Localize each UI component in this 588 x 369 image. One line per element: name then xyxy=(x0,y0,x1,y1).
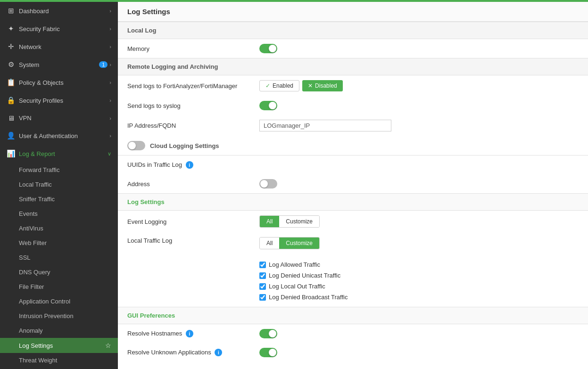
local-log-title: Local Log xyxy=(127,27,156,34)
sidebar-subitem-antivirus[interactable]: AntiVirus xyxy=(0,221,118,236)
event-logging-label: Event Logging xyxy=(127,218,259,225)
sidebar-item-label: System xyxy=(19,61,99,68)
local-traffic-row: Local Traffic Log All Customize Log Allo… xyxy=(118,232,588,307)
cloud-toggle[interactable] xyxy=(127,141,145,150)
sidebar-item-label: Security Profiles xyxy=(19,97,109,104)
resolve-hostnames-info-icon[interactable]: i xyxy=(186,330,193,337)
subitem-label: SSL xyxy=(19,254,31,261)
send-syslog-label: Send logs to syslog xyxy=(127,102,259,109)
sidebar-subitem-events[interactable]: Events xyxy=(0,206,118,221)
sidebar-subitem-web-filter[interactable]: Web Filter xyxy=(0,236,118,250)
chevron-right-icon: › xyxy=(109,44,111,49)
sidebar-subitem-threat-weight[interactable]: Threat Weight xyxy=(0,353,118,368)
sidebar-subitem-ssl[interactable]: SSL xyxy=(0,250,118,265)
syslog-toggle[interactable] xyxy=(259,101,277,110)
resolve-unknown-text: Resolve Unknown Applications xyxy=(127,349,211,356)
address-toggle[interactable] xyxy=(259,179,277,189)
sidebar-item-network[interactable]: ✛ Network › xyxy=(0,38,118,56)
local-traffic-value: All Customize Log Allowed Traffic Log De… xyxy=(259,237,348,302)
enabled-label: Enabled xyxy=(273,82,293,89)
sidebar-subitem-file-filter[interactable]: File Filter xyxy=(0,279,118,294)
cloud-logging-label: Cloud Logging Settings xyxy=(150,142,219,149)
event-logging-group: All Customize xyxy=(259,215,320,228)
cloud-toggle-track xyxy=(127,141,145,150)
sidebar-item-label: User & Authentication xyxy=(19,132,109,139)
log-settings-section-label: Log Settings xyxy=(118,193,588,211)
resolve-unknown-info-icon[interactable]: i xyxy=(215,349,222,356)
enabled-button[interactable]: ✓ Enabled xyxy=(259,80,299,91)
sidebar-item-label: Dashboard xyxy=(19,8,109,15)
subitem-label: Web Filter xyxy=(19,239,47,246)
sidebar-item-user-auth[interactable]: 👤 User & Authentication › xyxy=(0,127,118,145)
resolve-hostnames-toggle-thumb xyxy=(269,330,276,337)
content-area: Log Settings Local Log Memory Rem xyxy=(118,2,588,369)
disabled-label: Disabled xyxy=(315,82,337,89)
gui-preferences-section-label: GUI Preferences xyxy=(118,307,588,324)
sidebar-subitem-application-control[interactable]: Application Control xyxy=(0,294,118,309)
uuids-info-icon[interactable]: i xyxy=(186,161,193,169)
log-local-out-checkbox[interactable] xyxy=(259,283,266,290)
sidebar-item-log-report[interactable]: 📊 Log & Report ∨ xyxy=(0,145,118,163)
chevron-right-icon: › xyxy=(109,98,111,103)
star-icon: ☆ xyxy=(105,342,111,349)
sidebar: ⊞ Dashboard › ✦ Security Fabric › ✛ Netw… xyxy=(0,2,118,369)
local-traffic-group: All Customize xyxy=(259,237,320,249)
resolve-unknown-toggle-thumb xyxy=(269,349,276,356)
sidebar-subitem-anomaly[interactable]: Anomaly xyxy=(0,323,118,338)
remote-logging-section: Remote Logging and Archiving Send logs t… xyxy=(118,58,588,136)
memory-toggle[interactable] xyxy=(259,44,277,53)
sidebar-item-label: Policy & Objects xyxy=(19,79,109,86)
sidebar-subitem-forward-traffic[interactable]: Forward Traffic xyxy=(0,163,118,177)
send-fortianalyzer-row: Send logs to FortiAnalyzer/FortiManager … xyxy=(118,75,588,96)
event-customize-button[interactable]: Customize xyxy=(279,216,319,227)
sidebar-item-security-fabric[interactable]: ✦ Security Fabric › xyxy=(0,20,118,38)
chevron-down-icon: ∨ xyxy=(108,151,111,157)
log-allowed-checkbox[interactable] xyxy=(259,262,266,268)
sidebar-item-policy-objects[interactable]: 📋 Policy & Objects › xyxy=(0,74,118,91)
subitem-label: DNS Query xyxy=(19,269,50,276)
remote-logging-title: Remote Logging and Archiving xyxy=(127,63,218,70)
memory-label: Memory xyxy=(127,45,259,52)
sidebar-subitem-dns-query[interactable]: DNS Query xyxy=(0,265,118,279)
address-toggle-thumb xyxy=(260,180,268,188)
resolve-hostnames-row: Resolve Hostnames i xyxy=(118,324,588,343)
ip-address-label: IP Address/FQDN xyxy=(127,122,259,129)
uuids-title: UUIDs in Traffic Log xyxy=(127,161,182,168)
log-denied-unicast-label: Log Denied Unicast Traffic xyxy=(269,272,340,279)
disabled-button[interactable]: ✕ Disabled xyxy=(302,80,343,91)
local-log-section: Local Log Memory xyxy=(118,22,588,58)
sidebar-subitem-intrusion-prevention[interactable]: Intrusion Prevention xyxy=(0,309,118,323)
event-all-button[interactable]: All xyxy=(260,216,279,227)
sidebar-item-dashboard[interactable]: ⊞ Dashboard › xyxy=(0,2,118,20)
subitem-label: Anomaly xyxy=(19,327,43,334)
log-allowed-label: Log Allowed Traffic xyxy=(269,261,320,268)
subitem-label: Threat Weight xyxy=(19,357,57,364)
ip-address-input[interactable] xyxy=(259,120,391,131)
uuids-label: UUIDs in Traffic Log i xyxy=(127,161,259,169)
memory-row: Memory xyxy=(118,39,588,58)
sidebar-item-security-profiles[interactable]: 🔒 Security Profiles › xyxy=(0,91,118,109)
send-fortianalyzer-value: ✓ Enabled ✕ Disabled xyxy=(259,80,343,91)
sidebar-item-vpn[interactable]: 🖥 VPN › xyxy=(0,109,118,127)
log-denied-broadcast-checkbox[interactable] xyxy=(259,294,266,301)
uuids-section: UUIDs in Traffic Log i Address xyxy=(118,156,588,193)
send-syslog-value xyxy=(259,101,277,110)
sidebar-subitem-sniffer-traffic[interactable]: Sniffer Traffic xyxy=(0,192,118,206)
sidebar-item-system[interactable]: ⚙ System 1 › xyxy=(0,56,118,74)
event-logging-row: Event Logging All Customize xyxy=(118,211,588,232)
sidebar-subitem-log-settings[interactable]: Log Settings ☆ xyxy=(0,338,118,353)
subitem-label: Events xyxy=(19,210,38,217)
local-customize-button[interactable]: Customize xyxy=(279,238,319,249)
sidebar-subitem-local-traffic[interactable]: Local Traffic xyxy=(0,177,118,192)
address-value xyxy=(259,179,277,189)
local-log-header: Local Log xyxy=(118,22,588,39)
resolve-unknown-row: Resolve Unknown Applications i xyxy=(118,343,588,362)
resolve-hostnames-toggle[interactable] xyxy=(259,329,277,338)
resolve-hostnames-toggle-track xyxy=(259,329,277,338)
resolve-unknown-toggle[interactable] xyxy=(259,348,277,357)
local-all-button[interactable]: All xyxy=(260,238,279,249)
log-denied-unicast-checkbox[interactable] xyxy=(259,272,266,279)
address-label: Address xyxy=(127,180,259,188)
subitem-label: Application Control xyxy=(19,298,70,305)
main-layout: ⊞ Dashboard › ✦ Security Fabric › ✛ Netw… xyxy=(0,2,588,369)
